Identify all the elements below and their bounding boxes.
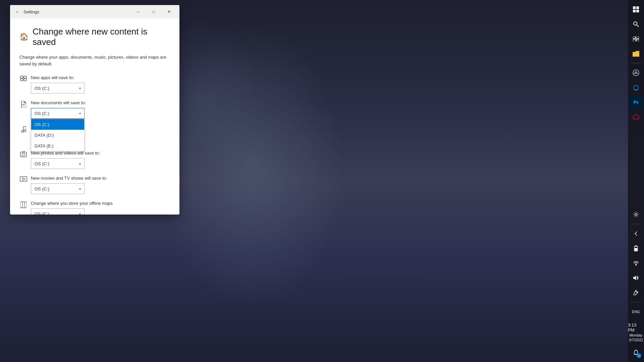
taskbar-settings[interactable] bbox=[629, 208, 643, 221]
dropdown-option-data-d[interactable]: DATA (D:) bbox=[31, 130, 84, 140]
taskbar-file-explorer[interactable] bbox=[629, 47, 643, 60]
svg-line-34 bbox=[633, 73, 635, 74]
svg-rect-38 bbox=[635, 248, 637, 251]
new-movies-label: New movies and TV shows will save to: bbox=[31, 176, 170, 181]
taskbar-volume[interactable] bbox=[629, 271, 643, 285]
svg-rect-11 bbox=[20, 152, 26, 157]
dropdown-option-data-e[interactable]: DATA (E:) bbox=[31, 140, 84, 151]
taskbar-taskview[interactable] bbox=[629, 32, 643, 46]
svg-point-24 bbox=[634, 22, 637, 25]
svg-rect-28 bbox=[633, 39, 636, 41]
new-photos-selected: OS (C:) bbox=[35, 161, 49, 166]
svg-point-39 bbox=[636, 265, 636, 265]
new-apps-setting: New apps will save to: OS (C:) ▾ bbox=[19, 75, 170, 94]
new-photos-dropdown-arrow: ▾ bbox=[79, 162, 81, 166]
dropdown-option-os-c[interactable]: OS (C:) bbox=[31, 119, 84, 130]
svg-rect-0 bbox=[20, 76, 23, 78]
new-movies-selected: OS (C:) bbox=[35, 186, 49, 191]
documents-icon bbox=[19, 101, 28, 108]
svg-rect-37 bbox=[635, 246, 637, 246]
language-label: ENG bbox=[632, 310, 640, 314]
new-apps-dropdown[interactable]: OS (C:) ▾ bbox=[31, 83, 85, 94]
svg-marker-40 bbox=[633, 276, 636, 280]
new-photos-setting: New photos and videos will save to: OS (… bbox=[19, 150, 170, 169]
taskbar: Ps bbox=[628, 0, 644, 362]
svg-line-33 bbox=[637, 73, 639, 74]
window-controls: ─ □ ✕ bbox=[130, 5, 177, 18]
photoshop-label: Ps bbox=[634, 100, 639, 105]
new-apps-selected: OS (C:) bbox=[35, 86, 49, 91]
svg-line-9 bbox=[23, 126, 26, 127]
svg-rect-22 bbox=[633, 10, 636, 12]
taskbar-chrome[interactable] bbox=[629, 66, 643, 79]
desktop: ← Settings ─ □ ✕ 🏠 Change where new cont… bbox=[0, 0, 644, 362]
new-apps-label: New apps will save to: bbox=[31, 75, 170, 80]
new-documents-selected: OS (C:) bbox=[35, 111, 49, 116]
offline-maps-selected: OS (C:) bbox=[35, 212, 49, 215]
maximize-button[interactable]: □ bbox=[146, 5, 161, 18]
svg-point-12 bbox=[22, 153, 25, 156]
new-apps-dropdown-btn[interactable]: OS (C:) ▾ bbox=[31, 83, 85, 94]
svg-rect-2 bbox=[20, 79, 23, 81]
new-photos-dropdown-btn[interactable]: OS (C:) ▾ bbox=[31, 158, 85, 169]
taskbar-battery[interactable] bbox=[629, 242, 643, 255]
taskbar-language[interactable]: ENG bbox=[629, 305, 643, 318]
svg-rect-1 bbox=[24, 76, 26, 78]
offline-maps-content: Change where you store your offline maps… bbox=[31, 201, 170, 215]
movies-icon bbox=[19, 176, 28, 182]
svg-rect-20 bbox=[633, 6, 636, 9]
svg-rect-29 bbox=[637, 39, 639, 41]
taskbar-notifications[interactable]: 1 bbox=[629, 346, 643, 359]
close-button[interactable]: ✕ bbox=[161, 5, 177, 18]
new-documents-setting: New documents will save to: OS (C:) ▾ OS… bbox=[19, 100, 170, 119]
new-photos-dropdown[interactable]: OS (C:) ▾ bbox=[31, 158, 85, 169]
maps-icon bbox=[19, 201, 28, 208]
taskbar-clock[interactable]: 3:13 PM Monday 3/7/2022 bbox=[628, 320, 644, 345]
apps-icon bbox=[19, 76, 28, 81]
notification-count: 1 bbox=[637, 353, 641, 358]
svg-rect-13 bbox=[20, 177, 27, 181]
taskbar-start[interactable] bbox=[629, 3, 643, 16]
new-movies-dropdown-btn[interactable]: OS (C:) ▾ bbox=[31, 183, 85, 194]
taskbar-divider-2 bbox=[631, 224, 641, 224]
svg-line-25 bbox=[637, 25, 639, 27]
new-documents-dropdown-btn[interactable]: OS (C:) ▾ bbox=[31, 108, 85, 119]
taskbar-search[interactable] bbox=[629, 17, 643, 31]
taskbar-collapse-tray[interactable] bbox=[629, 227, 643, 240]
offline-maps-dropdown-btn[interactable]: OS (C:) ▾ bbox=[31, 208, 85, 215]
new-documents-dropdown-arrow: ▾ bbox=[79, 112, 81, 115]
taskbar-wifi[interactable] bbox=[629, 256, 643, 270]
new-movies-setting: New movies and TV shows will save to: OS… bbox=[19, 176, 170, 194]
taskbar-edge[interactable] bbox=[629, 81, 643, 94]
new-movies-content: New movies and TV shows will save to: OS… bbox=[31, 176, 170, 194]
svg-point-7 bbox=[24, 130, 26, 132]
svg-rect-3 bbox=[24, 79, 26, 81]
taskbar-pen[interactable] bbox=[629, 286, 643, 299]
offline-maps-dropdown[interactable]: OS (C:) ▾ bbox=[31, 208, 85, 215]
taskbar-photoshop[interactable]: Ps bbox=[629, 96, 643, 109]
svg-point-31 bbox=[635, 71, 637, 74]
offline-maps-dropdown-arrow: ▾ bbox=[79, 212, 81, 215]
new-documents-label: New documents will save to: bbox=[31, 100, 170, 105]
new-photos-content: New photos and videos will save to: OS (… bbox=[31, 150, 170, 169]
minimize-button[interactable]: ─ bbox=[130, 5, 146, 18]
new-movies-dropdown-arrow: ▾ bbox=[79, 187, 81, 191]
new-apps-content: New apps will save to: OS (C:) ▾ bbox=[31, 75, 170, 94]
svg-point-6 bbox=[21, 130, 23, 132]
new-documents-dropdown-menu: OS (C:) DATA (D:) DATA (E:) bbox=[31, 119, 85, 152]
new-documents-dropdown[interactable]: OS (C:) ▾ OS (C:) DATA (D:) DATA (E:) bbox=[31, 108, 85, 119]
new-movies-dropdown[interactable]: OS (C:) ▾ bbox=[31, 183, 85, 194]
photos-icon bbox=[19, 151, 28, 157]
page-title: Change where new content is saved bbox=[33, 26, 170, 47]
svg-marker-14 bbox=[22, 178, 25, 180]
page-description: Change where your apps, documents, music… bbox=[19, 54, 170, 67]
settings-content: 🏠 Change where new content is saved Chan… bbox=[10, 18, 179, 215]
svg-point-35 bbox=[635, 214, 637, 216]
settings-window: ← Settings ─ □ ✕ 🏠 Change where new cont… bbox=[10, 5, 179, 215]
offline-maps-label: Change where you store your offline maps bbox=[31, 201, 170, 206]
back-button[interactable]: ← bbox=[13, 7, 22, 16]
clock-day: Monday bbox=[629, 333, 642, 337]
title-bar: ← Settings ─ □ ✕ bbox=[10, 5, 179, 18]
taskbar-creative-cloud[interactable] bbox=[629, 110, 643, 124]
home-icon: 🏠 bbox=[19, 33, 29, 41]
